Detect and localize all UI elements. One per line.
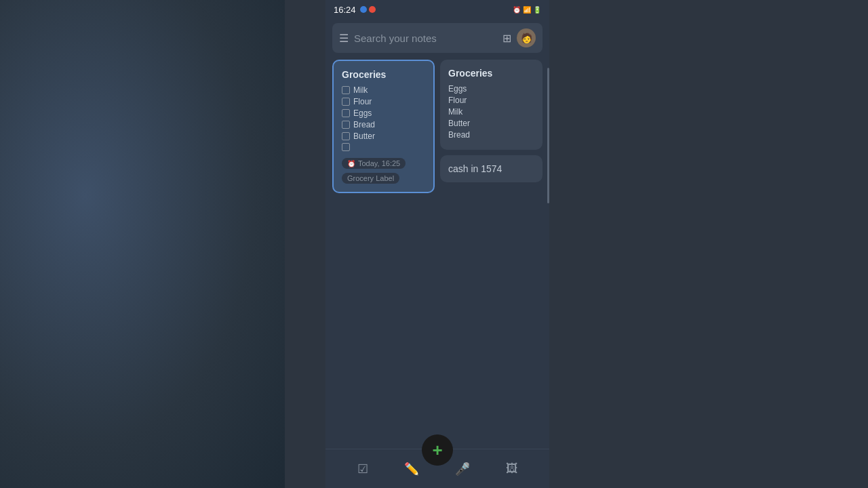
note-card-cash[interactable]: cash in 1574 (440, 155, 542, 182)
note-footer-groceries: ⏰ Today, 16:25 Grocery Label (342, 158, 425, 184)
status-right-icons: ⏰ 📶 🔋 (513, 6, 541, 14)
note-card-groceries-plain[interactable]: Groceries Eggs Flour Milk Butter Bread (440, 60, 542, 150)
signal-icon: 📶 (523, 6, 531, 14)
checkbox-empty[interactable] (342, 143, 350, 151)
plain-list-butter: Butter (448, 119, 534, 128)
checkbox-bread[interactable] (342, 121, 350, 129)
checklist-text-eggs: Eggs (353, 108, 372, 118)
checklist-item-butter: Butter (342, 131, 425, 141)
search-bar: ☰ ⊞ 🧑 (332, 23, 542, 53)
scroll-indicator (547, 68, 549, 203)
status-time: 16:24 (334, 5, 356, 15)
checkbox-milk[interactable] (342, 86, 350, 94)
search-input[interactable] (354, 33, 497, 44)
fab-new-note-button[interactable]: + (422, 434, 453, 466)
checklist-text-butter: Butter (353, 131, 375, 141)
menu-icon[interactable]: ☰ (339, 32, 349, 45)
checklist-text-bread: Bread (353, 120, 375, 129)
status-bar: 16:24 ⏰ 📶 🔋 (326, 0, 549, 19)
plain-list-flour: Flour (448, 96, 534, 105)
plain-list-bread: Bread (448, 130, 534, 140)
image-toolbar-icon[interactable]: 🖼 (503, 459, 521, 479)
checkbox-toolbar-icon[interactable]: ☑ (355, 459, 371, 479)
status-dot-blue (360, 6, 367, 13)
bottom-toolbar: ☑ ✏️ + 🎤 🖼 (326, 449, 549, 488)
notes-column-right: Groceries Eggs Flour Milk Butter Bread c… (440, 60, 542, 446)
checklist-text-milk: Milk (353, 85, 368, 95)
note-card-groceries-checklist[interactable]: Groceries Milk Flour Eggs Bread (332, 60, 435, 193)
checkbox-eggs[interactable] (342, 109, 350, 117)
cash-note-text: cash in 1574 (448, 163, 534, 174)
notes-column-left: Groceries Milk Flour Eggs Bread (332, 60, 435, 446)
battery-icon: 🔋 (533, 6, 541, 14)
app-container: 16:24 ⏰ 📶 🔋 ☰ ⊞ 🧑 Groceries Milk (326, 0, 549, 488)
note-timestamp: ⏰ Today, 16:25 (342, 158, 406, 169)
checklist-text-flour: Flour (353, 97, 372, 106)
checklist-item-bread: Bread (342, 120, 425, 129)
plain-list-milk: Milk (448, 107, 534, 117)
note-title-groceries-checklist: Groceries (342, 69, 425, 80)
alarm-icon: ⏰ (513, 6, 521, 14)
checklist-item-empty (342, 143, 425, 151)
fab-plus-icon: + (432, 441, 442, 459)
note-title-groceries-plain: Groceries (448, 68, 534, 79)
status-dot-red (369, 6, 376, 13)
plain-list-eggs: Eggs (448, 84, 534, 94)
checklist-item-eggs: Eggs (342, 108, 425, 118)
microphone-toolbar-icon[interactable]: 🎤 (452, 459, 473, 479)
checklist-item-milk: Milk (342, 85, 425, 95)
checkbox-butter[interactable] (342, 132, 350, 140)
checkbox-flour[interactable] (342, 98, 350, 106)
note-label-grocery[interactable]: Grocery Label (342, 173, 399, 184)
pencil-toolbar-icon[interactable]: ✏️ (401, 459, 422, 479)
clock-icon: ⏰ (347, 160, 355, 167)
avatar[interactable]: 🧑 (517, 28, 536, 47)
notes-grid: Groceries Milk Flour Eggs Bread (326, 57, 549, 449)
grid-layout-icon[interactable]: ⊞ (502, 32, 511, 45)
checklist-item-flour: Flour (342, 97, 425, 106)
timestamp-text: Today, 16:25 (358, 159, 400, 167)
